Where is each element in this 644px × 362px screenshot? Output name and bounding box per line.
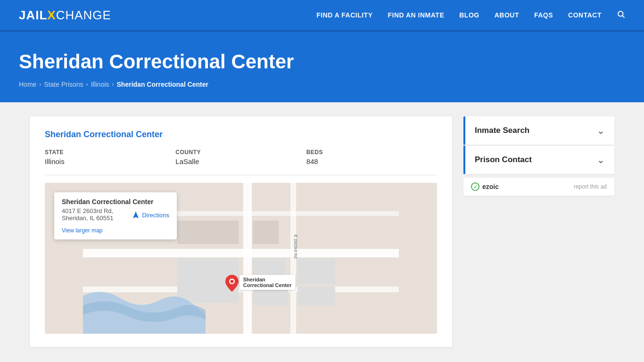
view-larger-map[interactable]: View larger map <box>62 227 169 234</box>
map-popup: Sheridan Correctional Center 4017 E 2603… <box>54 192 177 239</box>
breadcrumb-sep-3: › <box>112 81 114 88</box>
logo-exchange: CHANGE <box>56 8 111 22</box>
inmate-search-label: Inmate Search <box>475 126 529 135</box>
svg-line-1 <box>622 16 624 17</box>
svg-rect-13 <box>253 221 279 244</box>
nav-find-facility[interactable]: FIND A FACILITY <box>316 11 372 19</box>
nav-faqs[interactable]: FAQs <box>534 11 553 19</box>
sidebar: Inmate Search ⌄ Prison Contact ⌄ ✓ ezoic… <box>463 116 614 196</box>
map-popup-row: 4017 E 2603rd Rd, Sheridan, IL 60551 Dir… <box>62 206 169 224</box>
svg-rect-14 <box>177 221 239 244</box>
nav-find-inmate[interactable]: FIND AN INMATE <box>388 11 444 19</box>
state-value: Illinois <box>45 157 175 165</box>
site-header: JAILXCHANGE FIND A FACILITY FIND AN INMA… <box>0 0 644 30</box>
breadcrumb-home[interactable]: Home <box>19 81 36 88</box>
map-pin-label: SheridanCorrectional Center <box>239 275 296 290</box>
report-ad-button[interactable]: report this ad <box>574 183 607 190</box>
state-col: STATE Illinois <box>45 149 175 165</box>
hero-section: Sheridan Correctional Center Home › Stat… <box>0 32 644 102</box>
map-popup-address: 4017 E 2603rd Rd, Sheridan, IL 60551 <box>62 207 132 222</box>
county-value: LaSalle <box>175 157 306 165</box>
map-popup-title: Sheridan Correctional Center <box>62 198 154 206</box>
ezoic-check-icon: ✓ <box>471 182 479 191</box>
search-icon-button[interactable] <box>617 10 625 21</box>
sidebar-item-prison-contact[interactable]: Prison Contact ⌄ <box>463 146 614 174</box>
svg-rect-11 <box>297 287 335 305</box>
prison-contact-label: Prison Contact <box>475 155 532 165</box>
svg-point-0 <box>618 11 623 16</box>
beds-value: 848 <box>306 157 437 165</box>
ezoic-logo: ✓ ezoic <box>471 182 499 191</box>
nav-about[interactable]: ABOUT <box>495 11 519 19</box>
info-grid: STATE Illinois COUNTY LaSalle BEDS 848 <box>45 149 437 165</box>
svg-rect-10 <box>297 258 335 284</box>
breadcrumb-sep-1: › <box>39 81 41 88</box>
beds-label: BEDS <box>306 149 437 156</box>
facility-card: Sheridan Correctional Center STATE Illin… <box>30 116 452 347</box>
breadcrumb-illinois[interactable]: Illinois <box>91 81 109 88</box>
nav-contact[interactable]: CONTACT <box>568 11 602 19</box>
logo-jail: JAIL <box>19 8 47 22</box>
map-container[interactable]: Sheridan Correctional Center 4017 E 2603… <box>45 183 437 334</box>
chevron-down-icon-prison: ⌄ <box>597 154 605 165</box>
main-nav: FIND A FACILITY FIND AN INMATE BLOG ABOU… <box>316 10 625 21</box>
breadcrumb-sep-2: › <box>86 81 88 88</box>
logo-x: X <box>47 8 56 22</box>
county-col: COUNTY LaSalle <box>175 149 306 165</box>
divider <box>45 175 437 175</box>
breadcrumb: Home › State Prisons › Illinois › Sherid… <box>19 81 625 88</box>
page-title: Sheridan Correctional Center <box>19 50 625 73</box>
ezoic-text: ezoic <box>482 183 499 190</box>
state-label: STATE <box>45 149 175 156</box>
svg-rect-4 <box>243 183 252 334</box>
breadcrumb-current: Sheridan Correctional Center <box>117 81 209 88</box>
chevron-down-icon-inmate: ⌄ <box>597 125 605 136</box>
map-pin: SheridanCorrectional Center <box>225 275 239 294</box>
county-label: COUNTY <box>175 149 306 156</box>
svg-text:E 2603rd Rd: E 2603rd Rd <box>293 235 298 259</box>
ezoic-bar: ✓ ezoic report this ad <box>463 178 614 196</box>
directions-label: Directions <box>142 212 169 219</box>
directions-button[interactable]: Directions <box>132 211 169 219</box>
site-logo[interactable]: JAILXCHANGE <box>19 8 111 23</box>
nav-blog[interactable]: BLOG <box>459 11 479 19</box>
svg-rect-3 <box>83 249 399 257</box>
main-content: Sheridan Correctional Center STATE Illin… <box>20 116 624 347</box>
beds-col: BEDS 848 <box>306 149 437 165</box>
svg-point-17 <box>230 280 233 283</box>
breadcrumb-state-prisons[interactable]: State Prisons <box>44 81 83 88</box>
facility-name: Sheridan Correctional Center <box>45 130 437 140</box>
sidebar-item-inmate-search[interactable]: Inmate Search ⌄ <box>463 116 614 145</box>
